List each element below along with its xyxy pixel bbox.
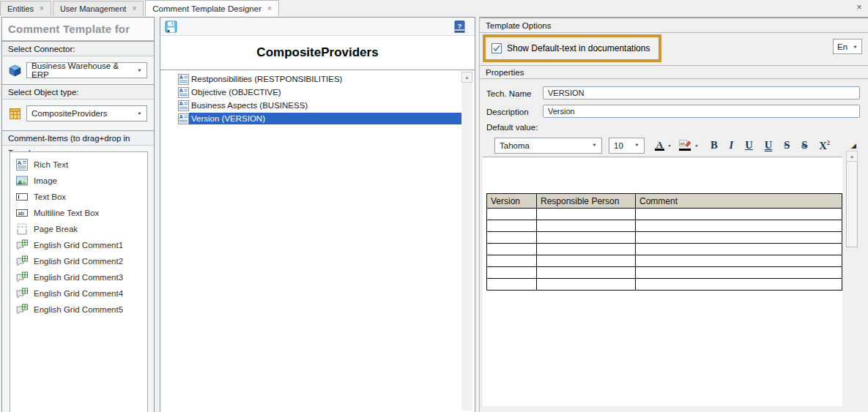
scroll-up-icon[interactable]: ▲ bbox=[461, 72, 472, 83]
designer-item-list: A Restponsibilities (RESTPONSIBILITIES) … bbox=[160, 70, 475, 125]
designer-item-restponsibilities[interactable]: A Restponsibilities (RESTPONSIBILITIES) bbox=[160, 72, 462, 86]
table-cell[interactable] bbox=[537, 267, 636, 279]
underline-button[interactable]: U bbox=[745, 139, 752, 151]
font-size-value: 10 bbox=[614, 141, 623, 150]
bold-button[interactable]: B bbox=[711, 139, 718, 151]
comment-item-text-box[interactable]: Text Box bbox=[10, 189, 147, 205]
table-cell[interactable] bbox=[487, 220, 537, 232]
table-header-person[interactable]: Responsible Person bbox=[537, 194, 636, 209]
comment-item-grid-comment-2[interactable]: English Grid Comment2 bbox=[10, 253, 147, 269]
font-size-dropdown[interactable]: 10 ▼ bbox=[609, 138, 645, 154]
window-close-icon[interactable]: × bbox=[853, 1, 865, 13]
scroll-up-icon[interactable]: ▲ bbox=[846, 151, 858, 162]
description-field[interactable]: Version bbox=[543, 105, 860, 118]
chevron-down-icon[interactable]: ▼ bbox=[667, 143, 672, 147]
designer-toolbar: ? bbox=[160, 18, 475, 36]
comment-item-grid-comment-4[interactable]: English Grid Comment4 bbox=[10, 285, 147, 301]
table-cell[interactable] bbox=[487, 255, 537, 267]
table-cell[interactable] bbox=[636, 244, 842, 255]
table-cell[interactable] bbox=[537, 244, 636, 255]
object-type-row: CompositeProviders ▼ bbox=[2, 100, 154, 127]
svg-text:ab: ab bbox=[680, 141, 686, 146]
tab-entities[interactable]: Entities × bbox=[0, 1, 51, 16]
comment-item-page-break[interactable]: Page Break bbox=[10, 221, 147, 237]
table-cell[interactable] bbox=[537, 279, 636, 291]
chevron-down-icon: ▼ bbox=[137, 68, 142, 72]
highlight-color-button[interactable]: ab bbox=[679, 140, 691, 151]
tab-comment-template-designer[interactable]: Comment Template Designer × bbox=[145, 0, 279, 16]
strikethrough-button[interactable]: S bbox=[784, 139, 790, 151]
table-cell[interactable] bbox=[636, 220, 842, 232]
default-value-editor[interactable]: Version Responsible Person Comment bbox=[483, 157, 842, 406]
table-cell[interactable] bbox=[487, 232, 537, 244]
designer-scrollbar[interactable]: ▲ bbox=[461, 72, 472, 411]
tab-user-management[interactable]: User Management × bbox=[53, 1, 144, 16]
save-icon[interactable] bbox=[165, 20, 177, 33]
table-cell[interactable] bbox=[487, 279, 537, 291]
table-cell[interactable] bbox=[636, 267, 842, 279]
connector-row: Business Warehouse & ERP ▼ bbox=[2, 56, 154, 84]
tab-close-icon[interactable]: × bbox=[132, 5, 136, 12]
connector-dropdown[interactable]: Business Warehouse & ERP ▼ bbox=[26, 62, 147, 78]
svg-text:ab: ab bbox=[18, 210, 24, 217]
double-strikethrough-button[interactable]: S bbox=[801, 139, 807, 151]
designer-title: CompositeProviders bbox=[160, 36, 475, 70]
comment-item-rich-text[interactable]: A Rich Text bbox=[10, 157, 147, 173]
table-cell[interactable] bbox=[537, 209, 636, 220]
grid-comment-icon bbox=[16, 271, 28, 283]
table-cell[interactable] bbox=[636, 232, 842, 244]
comment-item-multiline-text-box[interactable]: ab Multiline Text Box bbox=[10, 205, 147, 221]
table-cell[interactable] bbox=[487, 244, 537, 255]
chevron-down-icon: ▼ bbox=[137, 111, 142, 116]
tech-name-field[interactable]: VERSION bbox=[543, 86, 860, 100]
comment-template-sidebar: Comment Template for Select Connector: B… bbox=[1, 17, 155, 412]
table-cell[interactable] bbox=[636, 255, 842, 267]
italic-button[interactable]: I bbox=[730, 139, 734, 151]
chevron-down-icon[interactable]: ▼ bbox=[694, 143, 699, 147]
comment-item-label: English Grid Comment4 bbox=[34, 289, 123, 298]
table-header-comment[interactable]: Comment bbox=[636, 194, 842, 209]
tab-close-icon[interactable]: × bbox=[267, 5, 272, 12]
rich-text-icon: A bbox=[178, 74, 189, 85]
editor-scrollbar[interactable]: ▲ bbox=[846, 151, 858, 247]
table-cell[interactable] bbox=[487, 209, 537, 220]
font-color-button[interactable]: A bbox=[655, 141, 664, 151]
tab-bar: Entities × User Management × Comment Tem… bbox=[0, 0, 868, 16]
font-color-bar bbox=[655, 149, 664, 151]
language-dropdown[interactable]: En ▼ bbox=[833, 39, 862, 54]
table-cell[interactable] bbox=[487, 267, 537, 279]
comment-item-grid-comment-3[interactable]: English Grid Comment3 bbox=[10, 269, 147, 285]
table-header-version[interactable]: Version bbox=[487, 194, 537, 209]
object-type-dropdown[interactable]: CompositeProviders ▼ bbox=[26, 105, 147, 121]
show-default-text-label: Show Default-text in documentations bbox=[507, 43, 650, 53]
select-object-type-header: Select Object type: bbox=[2, 84, 154, 100]
rich-text-icon: A bbox=[178, 100, 189, 111]
table-cell[interactable] bbox=[537, 220, 636, 232]
annotation-highlight: Show Default-text in documentations bbox=[483, 34, 661, 62]
chevron-down-icon: ▼ bbox=[634, 143, 639, 148]
table-cell[interactable] bbox=[636, 209, 842, 220]
superscript-button[interactable]: X2 bbox=[819, 139, 830, 152]
grid-comment-icon bbox=[16, 288, 28, 299]
font-color-icon: A bbox=[656, 141, 663, 149]
comment-item-grid-comment-1[interactable]: English Grid Comment1 bbox=[10, 237, 147, 253]
svg-text:A: A bbox=[18, 160, 22, 166]
help-icon[interactable]: ? bbox=[453, 20, 466, 33]
designer-item-label: Version (VERSION) bbox=[189, 113, 462, 124]
table-cell[interactable] bbox=[537, 255, 636, 267]
comment-item-label: Text Box bbox=[34, 192, 66, 201]
tab-close-icon[interactable]: × bbox=[40, 5, 44, 12]
designer-item-version[interactable]: A Version (VERSION) bbox=[160, 112, 462, 125]
comment-item-label: Image bbox=[34, 176, 57, 185]
text-box-icon bbox=[16, 191, 28, 203]
double-underline-button[interactable]: U bbox=[765, 139, 772, 151]
designer-item-objective[interactable]: A Objective (OBJECTIVE) bbox=[160, 86, 462, 99]
table-cell[interactable] bbox=[636, 279, 842, 291]
designer-item-business-aspects[interactable]: A Business Aspects (BUSINESS) bbox=[160, 99, 462, 112]
comment-item-image[interactable]: Image bbox=[10, 173, 147, 189]
grid-comment-table: Version Responsible Person Comment bbox=[486, 193, 842, 291]
comment-item-grid-comment-5[interactable]: English Grid Comment5 bbox=[10, 301, 147, 318]
table-cell[interactable] bbox=[537, 232, 636, 244]
show-default-text-checkbox[interactable] bbox=[492, 43, 502, 53]
font-name-dropdown[interactable]: Tahoma ▼ bbox=[494, 138, 602, 154]
